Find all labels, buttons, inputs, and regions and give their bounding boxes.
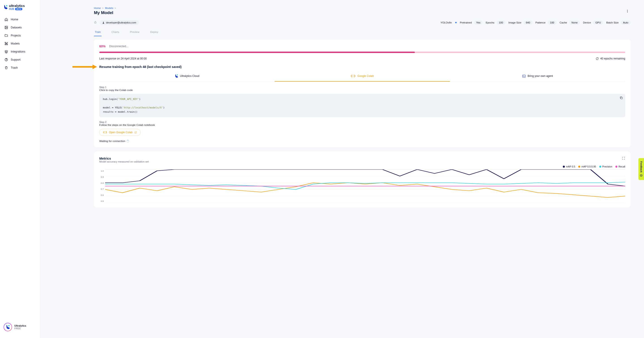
trash-icon bbox=[4, 66, 8, 70]
step2-desc: Follow the steps on the Google Colab not… bbox=[99, 124, 625, 126]
legend-dot-icon bbox=[616, 166, 618, 168]
meta-label: Pretrained bbox=[460, 21, 472, 24]
sidebar-item-label: Integrations bbox=[11, 50, 25, 53]
image-icon bbox=[4, 26, 8, 29]
meta-label: Device bbox=[583, 21, 591, 24]
sidebar-item-label: Trash bbox=[11, 66, 18, 69]
sidebar-item-support[interactable]: Support bbox=[2, 56, 38, 64]
svg-point-5 bbox=[6, 60, 6, 60]
meta-label: Patience bbox=[536, 21, 546, 24]
train-tab-byo[interactable]: Bring your own agent bbox=[450, 72, 625, 82]
chevron-right-icon: > bbox=[102, 7, 104, 10]
meta-value: GPU bbox=[593, 20, 603, 24]
legend-item[interactable]: Recall bbox=[616, 165, 625, 168]
breadcrumb-link[interactable]: Models bbox=[105, 7, 113, 10]
sidebar-item-label: Home bbox=[11, 18, 18, 21]
progress-fill bbox=[99, 52, 415, 53]
svg-rect-10 bbox=[94, 22, 96, 23]
train-tab-colab[interactable]: Google Colab bbox=[274, 72, 450, 82]
train-tab-label: Bring your own agent bbox=[528, 74, 553, 78]
sidebar-item-home[interactable]: Home bbox=[2, 16, 38, 23]
epochs-remaining: 40 epochs remaining bbox=[600, 57, 625, 60]
sidebar-item-label: Models bbox=[11, 42, 20, 45]
svg-point-8 bbox=[627, 11, 628, 12]
sidebar-footer[interactable]: Ultralytics FREE bbox=[0, 320, 40, 334]
tab-preview[interactable]: Preview bbox=[129, 28, 140, 36]
progress-percent: 60% bbox=[99, 44, 106, 48]
meta-label: YOLOv8n bbox=[440, 21, 452, 24]
metrics-title: Metrics bbox=[99, 156, 149, 160]
tab-deploy[interactable]: Deploy bbox=[149, 28, 159, 36]
main: Home > Models > My Model developer@ultra… bbox=[40, 0, 644, 338]
logo-mark-icon bbox=[4, 5, 8, 10]
nav: Home Datasets Projects Models Integratio… bbox=[0, 14, 40, 73]
sidebar-item-models[interactable]: Models bbox=[2, 40, 38, 48]
train-tab-cloud[interactable]: Ultralytics Cloud bbox=[99, 72, 274, 82]
arrow-annotation-icon bbox=[72, 64, 97, 70]
tab-train[interactable]: Train bbox=[94, 28, 102, 36]
home-icon bbox=[4, 18, 8, 21]
owner-chip[interactable]: developer@ultralytics.com bbox=[100, 20, 139, 25]
sidebar-item-label: Projects bbox=[11, 34, 21, 37]
legend-dot-icon bbox=[578, 166, 580, 168]
feedback-button[interactable]: Feedback bbox=[638, 158, 644, 180]
metrics-card: Metrics Model accuracy measured on valid… bbox=[94, 152, 630, 208]
progress-bar bbox=[99, 52, 625, 53]
chart-legend: mAP 0.5 mAP 0.5:0.95 Precision Recall bbox=[99, 165, 625, 168]
svg-point-25 bbox=[642, 175, 642, 175]
sidebar-item-label: Datasets bbox=[11, 26, 22, 29]
train-tab-label: Google Colab bbox=[357, 74, 374, 78]
help-icon bbox=[4, 58, 8, 62]
sidebar-item-integrations[interactable]: Integrations bbox=[2, 48, 38, 56]
svg-rect-3 bbox=[6, 43, 7, 44]
breadcrumb-link[interactable]: Home bbox=[94, 7, 101, 10]
sidebar-item-label: Support bbox=[11, 58, 20, 61]
progress-status: Disconnected... bbox=[109, 45, 128, 48]
sidebar-item-projects[interactable]: Projects bbox=[2, 32, 38, 39]
code-block[interactable]: hub.login('YOUR_API_KEY') model = YOLO('… bbox=[99, 94, 625, 117]
folder-icon bbox=[4, 34, 8, 37]
legend-item[interactable]: Precision bbox=[599, 165, 612, 168]
step2-label: Step 2 bbox=[99, 121, 625, 124]
meta-label: Batch Size bbox=[606, 21, 618, 24]
command-icon bbox=[4, 42, 8, 46]
training-card: 60% Disconnected... Last response on 24 … bbox=[94, 40, 630, 148]
external-link-icon bbox=[134, 131, 137, 134]
ultralytics-icon bbox=[175, 74, 178, 78]
train-tabs: Ultralytics Cloud Google Colab Bring you… bbox=[99, 72, 625, 82]
expand-button[interactable] bbox=[622, 156, 625, 160]
chart: 1.0 0.9 0.8 0.7 0.6 0.5 bbox=[99, 169, 625, 203]
model-meta: YOLOv8n PretrainedYes Epochs100 Image Si… bbox=[440, 20, 630, 24]
tabs: Train Charts Preview Deploy bbox=[94, 28, 630, 36]
copy-button[interactable] bbox=[620, 96, 623, 101]
legend-item[interactable]: mAP 0.5:0.95 bbox=[578, 165, 596, 168]
svg-point-6 bbox=[8, 325, 10, 326]
svg-point-14 bbox=[177, 74, 178, 76]
tab-charts[interactable]: Charts bbox=[110, 28, 120, 36]
more-button[interactable] bbox=[624, 8, 630, 15]
lock-icon bbox=[94, 21, 97, 24]
svg-rect-15 bbox=[522, 75, 526, 77]
owner-email: developer@ultralytics.com bbox=[106, 21, 136, 24]
svg-point-2 bbox=[6, 27, 6, 28]
svg-marker-13 bbox=[92, 64, 97, 69]
meta-value: 100 bbox=[548, 20, 556, 24]
svg-point-0 bbox=[6, 5, 8, 6]
meta-value: 100 bbox=[497, 20, 505, 24]
step1-label: Step 1 bbox=[99, 86, 625, 88]
page-title: My Model bbox=[94, 10, 630, 15]
y-axis: 1.0 0.9 0.8 0.7 0.6 0.5 bbox=[99, 169, 105, 203]
org-name: Ultralytics bbox=[14, 324, 26, 327]
legend-dot-icon bbox=[599, 166, 601, 168]
sidebar-item-trash[interactable]: Trash bbox=[2, 64, 38, 72]
sidebar: ultralytics HUB BETA Home Datasets Proje… bbox=[0, 0, 40, 338]
legend-item[interactable]: mAP 0.5 bbox=[563, 165, 575, 168]
legend-dot-icon bbox=[563, 166, 565, 168]
open-colab-button[interactable]: Open Google Colab bbox=[99, 129, 141, 136]
dot-indicator-icon bbox=[455, 22, 456, 23]
logo[interactable]: ultralytics HUB BETA bbox=[0, 4, 40, 14]
svg-point-9 bbox=[627, 12, 628, 12]
svg-point-23 bbox=[640, 174, 642, 176]
meta-value: Auto bbox=[621, 20, 630, 24]
sidebar-item-datasets[interactable]: Datasets bbox=[2, 24, 38, 31]
